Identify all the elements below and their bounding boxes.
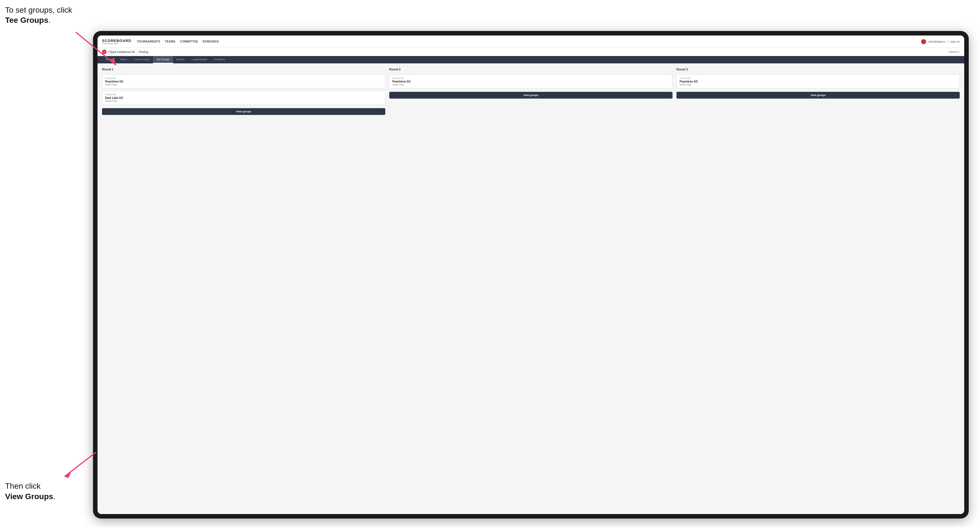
round-1-course-a-name: Peachtree GC <box>105 80 382 83</box>
hosting-label: Hosting <box>139 51 148 54</box>
round-2-course-a-card: (Course A) Peachtree GC Stroke Play <box>389 75 673 89</box>
round-2-course-a-type: Stroke Play <box>392 83 670 86</box>
nav-right: blair@clippd.io | Sign out <box>921 39 960 44</box>
round-1-course-a-type: Stroke Play <box>105 83 382 86</box>
top-navigation: SCOREBOARD Powered by clippit TOURNAMENT… <box>97 35 964 48</box>
user-avatar <box>921 39 926 44</box>
svg-line-2 <box>65 452 96 476</box>
tab-bar: Details Teams Course Setup Tee Groups Re… <box>97 56 964 63</box>
round-3-course-a-card: (Course A) Peachtree GC Stroke Play <box>676 75 960 89</box>
round-3-course-a-name: Peachtree GC <box>679 80 957 83</box>
round-1-course-b-card: (Course B) East Lake GC Stroke Play <box>102 91 385 105</box>
round-3-course-a-label: (Course A) <box>679 77 957 79</box>
tab-tee-groups[interactable]: Tee Groups <box>153 56 173 63</box>
instruction-bottom-line1: Then click <box>5 482 41 490</box>
round-1-title: Round 1 <box>102 68 385 71</box>
round-2-course-a-name: Peachtree GC <box>392 80 670 83</box>
round-3-title: Round 3 <box>676 68 960 71</box>
nav-committee[interactable]: COMMITTEE <box>180 39 199 44</box>
round-1-course-a-label: (Course A) <box>105 77 382 79</box>
round-1-course-b-type: Stroke Play <box>105 100 382 102</box>
user-email: blair@clippd.io <box>928 40 945 43</box>
round-2-view-groups-button[interactable]: View groups <box>389 92 673 98</box>
cancel-button[interactable]: Cancel ✕ <box>949 51 960 53</box>
arrow-to-view-groups <box>56 447 107 483</box>
round-3-column: Round 3 (Course A) Peachtree GC Stroke P… <box>676 68 960 115</box>
instruction-bottom: Then click View Groups. <box>5 481 55 502</box>
round-2-course-a-label: (Course A) <box>392 77 670 79</box>
round-2-column: Round 2 (Course A) Peachtree GC Stroke P… <box>389 68 673 115</box>
round-2-title: Round 2 <box>389 68 673 71</box>
round-3-course-a-type: Stroke Play <box>679 83 957 86</box>
nav-teams[interactable]: TEAMS <box>165 39 176 44</box>
round-1-course-b-label: (Course B) <box>105 93 382 96</box>
instruction-top-line2: Tee Groups <box>5 16 48 24</box>
tablet-device: SCOREBOARD Powered by clippit TOURNAMENT… <box>93 31 969 519</box>
instruction-bottom-line2: View Groups <box>5 492 53 501</box>
instruction-top: To set groups, click Tee Groups. <box>5 5 72 25</box>
sign-out-link[interactable]: Sign out <box>950 40 960 43</box>
nav-rankings[interactable]: RANKINGS <box>203 39 219 44</box>
sub-header: C Clippd Invitational (M... Hosting Canc… <box>97 48 964 56</box>
round-1-course-b-name: East Lake GC <box>105 96 382 99</box>
tab-course-setup[interactable]: Course Setup <box>131 56 153 63</box>
tab-leaderboards[interactable]: Leaderboards <box>188 56 211 63</box>
tab-results[interactable]: Results <box>173 56 188 63</box>
round-3-view-groups-button[interactable]: View groups <box>676 92 960 98</box>
nav-tournaments[interactable]: TOURNAMENTS <box>137 39 161 44</box>
svg-marker-1 <box>109 58 116 65</box>
tab-printables[interactable]: Printables <box>210 56 229 63</box>
nav-links: TOURNAMENTS TEAMS COMMITTEE RANKINGS <box>137 39 219 44</box>
tablet-screen: SCOREBOARD Powered by clippit TOURNAMENT… <box>97 35 964 514</box>
rounds-container: Round 1 (Course A) Peachtree GC Stroke P… <box>102 68 960 115</box>
arrow-to-tee-groups <box>68 27 124 72</box>
round-1-course-a-card: (Course A) Peachtree GC Stroke Play <box>102 75 385 89</box>
round-1-view-groups-button[interactable]: View groups <box>102 108 385 115</box>
instruction-top-line1: To set groups, click <box>5 6 72 14</box>
round-1-column: Round 1 (Course A) Peachtree GC Stroke P… <box>102 68 385 115</box>
main-content: Round 1 (Course A) Peachtree GC Stroke P… <box>97 63 964 514</box>
